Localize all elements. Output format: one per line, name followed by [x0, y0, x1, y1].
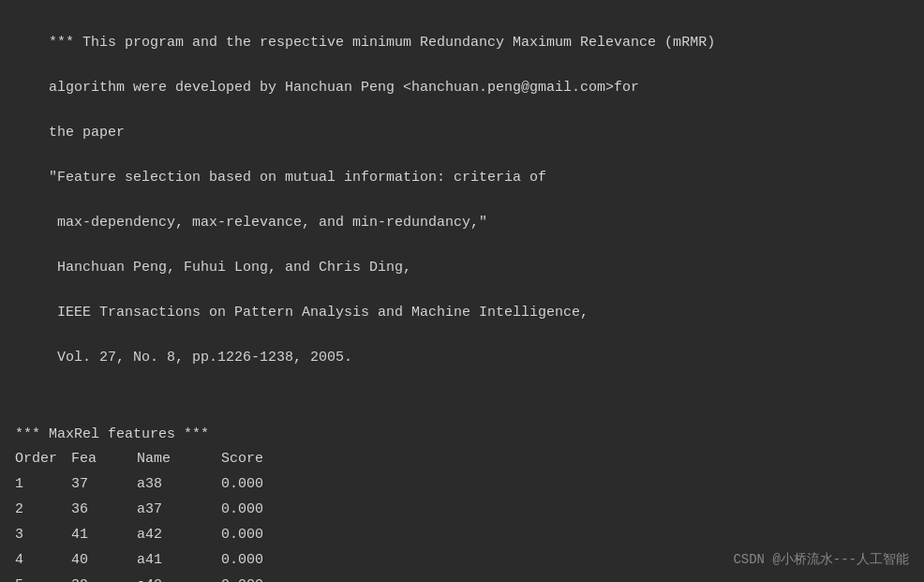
header-line-7: IEEE Transactions on Pattern Analysis an… — [15, 305, 589, 321]
header-line-2: algorithm were developed by Hanchuan Pen… — [15, 80, 639, 96]
header-line-1: *** This program and the respective mini… — [49, 35, 715, 51]
cell-fea-3: 41 — [71, 522, 137, 547]
cell-name-3: a42 — [137, 522, 221, 547]
header-line-6: Hanchuan Peng, Fuhui Long, and Chris Din… — [15, 260, 411, 276]
cell-name-5: a40 — [137, 573, 221, 582]
cell-order-5: 5 — [15, 573, 71, 582]
table-row: 1 37 a38 0.000 — [15, 471, 909, 497]
cell-fea-2: 36 — [71, 497, 137, 522]
cell-fea-5: 39 — [71, 573, 137, 582]
cell-order-2: 2 — [15, 497, 71, 522]
table-row: 3 41 a42 0.000 — [15, 522, 909, 547]
watermark: CSDN @小桥流水---人工智能 — [733, 550, 909, 571]
header-line-5: max-dependency, max-relevance, and min-r… — [15, 215, 487, 231]
table-row: 5 39 a40 0.000 — [15, 573, 909, 582]
header-line-3: the paper — [15, 125, 125, 141]
cell-order-1: 1 — [15, 471, 71, 497]
cell-order-3: 3 — [15, 522, 71, 547]
col-header-fea: Fea — [71, 446, 137, 471]
section-title: *** MaxRel features *** — [15, 424, 909, 446]
cell-fea-4: 40 — [71, 547, 137, 573]
cell-score-3: 0.000 — [221, 522, 296, 547]
col-header-score: Score — [221, 446, 296, 471]
table-row: 2 36 a37 0.000 — [15, 497, 909, 522]
col-header-order: Order — [15, 446, 71, 471]
header-line-4: "Feature selection based on mutual infor… — [15, 170, 546, 186]
cell-score-2: 0.000 — [221, 497, 296, 522]
cell-score-1: 0.000 — [221, 471, 296, 497]
header-comment: *** This program and the respective mini… — [15, 9, 909, 392]
cell-name-4: a41 — [137, 547, 221, 573]
col-header-name: Name — [137, 446, 221, 471]
header-line-8: Vol. 27, No. 8, pp.1226-1238, 2005. — [15, 350, 352, 366]
table-header-row: Order Fea Name Score — [15, 446, 909, 471]
cell-name-2: a37 — [137, 497, 221, 522]
cell-name-1: a38 — [137, 471, 221, 497]
cell-score-5: 0.000 — [221, 573, 296, 582]
terminal-window: *** This program and the respective mini… — [0, 0, 924, 582]
cell-fea-1: 37 — [71, 471, 137, 497]
spacer — [15, 392, 909, 420]
cell-order-4: 4 — [15, 547, 71, 573]
cell-score-4: 0.000 — [221, 547, 296, 573]
